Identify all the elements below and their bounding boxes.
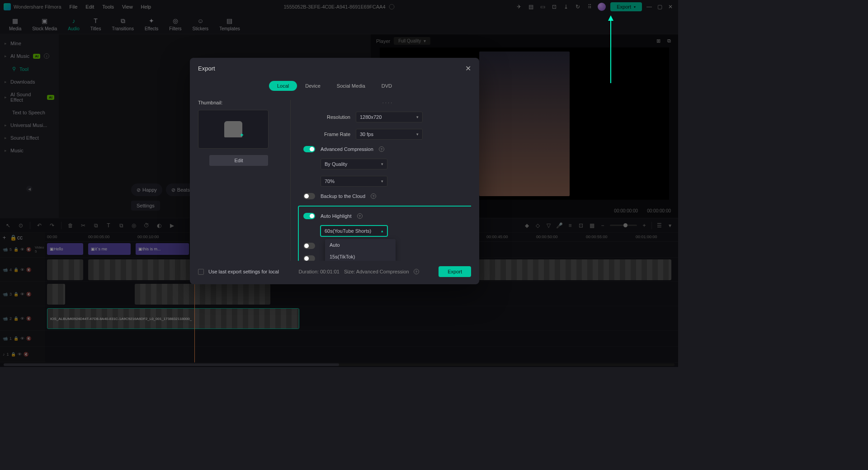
framerate-select[interactable]: 30 fps▾: [356, 129, 423, 140]
modal-title: Export: [198, 65, 215, 72]
dropdown-option-auto[interactable]: Auto: [325, 239, 396, 251]
modal-close-button[interactable]: ✕: [465, 64, 471, 73]
tab-dvd[interactable]: DVD: [373, 81, 400, 91]
backup-cloud-label: Backup to the Cloud: [321, 193, 365, 199]
resolution-label: Resolution: [303, 114, 350, 120]
sparkle-icon: ✦: [240, 132, 244, 138]
quality-percent-select[interactable]: 70%▾: [321, 176, 387, 187]
auto-highlight-section: Auto Highlight ? 60s(YouTube Shorts)▴ Au…: [298, 206, 471, 261]
adv-compression-label: Advanced Compression: [321, 146, 373, 152]
duration-info: Duration: 00:01:01: [298, 269, 340, 274]
extra-toggle-2[interactable]: [303, 255, 315, 261]
info-icon[interactable]: ?: [371, 193, 376, 199]
use-last-settings-checkbox[interactable]: [198, 269, 204, 275]
framerate-label: Frame Rate: [303, 132, 350, 137]
highlight-duration-select[interactable]: 60s(YouTube Shorts)▴: [321, 226, 387, 236]
export-modal: Export ✕ Local Device Social Media DVD T…: [190, 58, 479, 284]
quality-mode-select[interactable]: By Quality▾: [321, 159, 387, 169]
tab-social-media[interactable]: Social Media: [329, 81, 373, 91]
tab-device[interactable]: Device: [297, 81, 329, 91]
backup-cloud-toggle[interactable]: [303, 193, 315, 199]
resolution-select[interactable]: 1280x720▾: [356, 112, 423, 122]
tab-local[interactable]: Local: [269, 81, 297, 91]
thumbnail-preview[interactable]: ✦: [198, 110, 269, 149]
auto-highlight-label: Auto Highlight: [321, 213, 352, 219]
edit-thumbnail-button[interactable]: Edit: [209, 155, 268, 166]
thumbnail-label: Thumbnail:: [198, 100, 279, 105]
adv-compression-toggle[interactable]: [303, 146, 315, 152]
use-last-settings-label: Use last export settings for local: [208, 269, 279, 274]
extra-toggle-1[interactable]: [303, 243, 315, 249]
info-icon[interactable]: ?: [414, 269, 419, 274]
size-info: Size: Advanced Compression: [344, 269, 409, 274]
dropdown-option-15s[interactable]: 15s(TikTok): [325, 251, 396, 261]
export-confirm-button[interactable]: Export: [439, 266, 471, 277]
auto-highlight-toggle[interactable]: [303, 213, 315, 219]
info-icon[interactable]: ?: [379, 146, 384, 152]
info-icon[interactable]: ?: [357, 213, 363, 219]
highlight-dropdown: Auto 15s(TikTok) 60s(YouTube Shorts) Cus…: [325, 239, 396, 261]
